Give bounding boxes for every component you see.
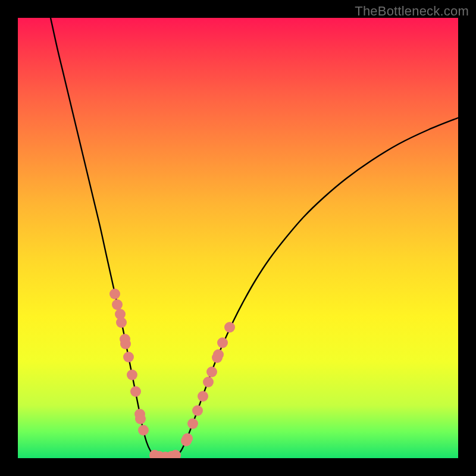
data-point-marker bbox=[135, 414, 146, 424]
data-point-marker bbox=[203, 377, 214, 387]
data-point-marker bbox=[109, 289, 120, 299]
data-point-marker bbox=[123, 352, 134, 362]
data-point-marker bbox=[206, 367, 217, 377]
data-point-marker bbox=[213, 349, 224, 360]
data-point-marker bbox=[187, 418, 198, 429]
data-point-marker bbox=[217, 337, 228, 348]
data-point-marker bbox=[116, 317, 127, 328]
data-point-marker bbox=[130, 386, 141, 397]
data-point-marker bbox=[127, 369, 137, 380]
data-point-marker bbox=[182, 433, 193, 444]
data-point-marker bbox=[198, 391, 208, 402]
data-point-marker bbox=[138, 425, 149, 436]
watermark-text: TheBottleneck.com bbox=[355, 4, 469, 19]
data-point-marker bbox=[192, 405, 203, 416]
curve-line bbox=[51, 18, 458, 457]
bottleneck-curve bbox=[18, 18, 458, 458]
data-point-marker bbox=[112, 299, 123, 310]
data-point-marker bbox=[224, 322, 235, 333]
data-point-marker bbox=[120, 339, 131, 349]
chart-area bbox=[18, 18, 458, 458]
